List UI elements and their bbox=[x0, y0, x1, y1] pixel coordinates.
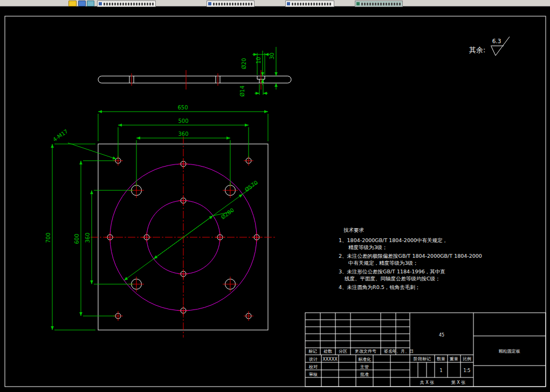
tech-req-line: 3、未注形位公差按GB/T 1184-1996，其中直 bbox=[339, 269, 445, 274]
tb-designer-name: XXXXX bbox=[322, 357, 338, 362]
tech-req-line: 精度等级为3级； bbox=[348, 244, 388, 250]
tech-req-line: 中有关规定，精度等级为3级； bbox=[348, 260, 418, 266]
tb-role-audit: 审核 bbox=[309, 372, 318, 377]
tb-part-name: 颗粒固定板 bbox=[499, 349, 520, 354]
tb-role-approve: 批准 bbox=[360, 372, 369, 377]
dwg-file-icon bbox=[287, 2, 290, 5]
tb-header-scale: 比例 bbox=[463, 356, 471, 361]
dwg-file-icon bbox=[356, 2, 360, 5]
taskbar-app-icon-3[interactable] bbox=[87, 1, 94, 6]
tb-header-zone: 分区 bbox=[339, 349, 347, 354]
tb-header-mark: 标记 bbox=[308, 349, 317, 354]
tb-role-standardization: 标准化 bbox=[358, 357, 371, 362]
taskbar-tab-3[interactable] bbox=[285, 1, 334, 7]
tb-scale-value: 1:5 bbox=[464, 368, 471, 373]
tech-req-line: 2、未注公差的极限偏差按GB/T 1804-2000GB/T 1804-2000 bbox=[339, 253, 482, 259]
roughness-prefix: 其余: bbox=[469, 46, 485, 54]
roughness-value: 6.3 bbox=[492, 38, 501, 44]
tb-material: 45 bbox=[439, 333, 444, 338]
dim-plate-width: 650 bbox=[177, 105, 188, 111]
tb-role-design: 设计 bbox=[309, 357, 318, 362]
dim-corner-span-x: 500 bbox=[178, 118, 188, 124]
tb-header-date: 年、月、日 bbox=[392, 349, 414, 354]
tab-text-smudge bbox=[361, 3, 401, 5]
tab-text-smudge bbox=[213, 3, 252, 5]
tb-header-change-doc: 更改文件号 bbox=[355, 349, 376, 354]
taskbar-app-icon-1[interactable] bbox=[68, 1, 77, 6]
tb-header-stage: 阶段标记 bbox=[414, 356, 431, 361]
tb-sheet-page: 第 X 张 bbox=[451, 380, 466, 385]
tb-header-count: 处数 bbox=[324, 349, 332, 354]
dim-corner-span-y: 600 bbox=[74, 233, 80, 244]
tb-role-check: 校对 bbox=[308, 365, 318, 369]
dim-plate-height: 700 bbox=[45, 232, 51, 243]
tab-text-smudge bbox=[104, 3, 154, 5]
tb-header-quantity: 数量 bbox=[437, 356, 445, 361]
dim-counterbore-dia: Ø20 bbox=[241, 58, 247, 70]
tech-req-line: 4、未注圆角为R0.5，锐角去毛刺； bbox=[339, 284, 420, 290]
dim-counterbore-depth: 10 bbox=[256, 57, 262, 64]
tab-text-smudge bbox=[292, 3, 332, 5]
taskbar-tab-1[interactable] bbox=[97, 1, 156, 7]
tb-sheet-total: 共 X 张 bbox=[420, 380, 435, 385]
tech-req-line: 1、1804-2000GB/T 1804-2000中有关规定， bbox=[339, 237, 448, 243]
tb-header-weight: 重量 bbox=[449, 356, 458, 361]
dim-hole-dia: Ø14 bbox=[239, 86, 245, 97]
dim-plate-thickness: 30 bbox=[269, 53, 275, 60]
tech-req-line: 线度、平面度、同轴度公差等级均按C级； bbox=[345, 276, 441, 281]
dwg-file-icon bbox=[208, 2, 211, 5]
tech-req-title: 技术要求 bbox=[343, 227, 365, 233]
tb-header-signature: 签名 bbox=[384, 349, 393, 354]
taskbar-tab-2[interactable] bbox=[207, 1, 255, 7]
dim-bolt-span-x: 360 bbox=[178, 131, 188, 137]
taskbar-app-icon-2[interactable] bbox=[78, 1, 86, 6]
dwg-file-icon bbox=[99, 2, 102, 5]
drawing-canvas[interactable] bbox=[0, 6, 550, 392]
dim-bolt-span-y: 360 bbox=[85, 232, 91, 243]
tb-quantity-value: 1 bbox=[439, 368, 442, 373]
taskbar bbox=[0, 0, 550, 6]
cad-drawing: Ø20 10 30 Ø14 650 500 360 700 600 360 bbox=[0, 0, 550, 392]
tb-role-supervisor: 主管 bbox=[360, 365, 369, 369]
taskbar-tab-4-active[interactable] bbox=[355, 1, 403, 7]
